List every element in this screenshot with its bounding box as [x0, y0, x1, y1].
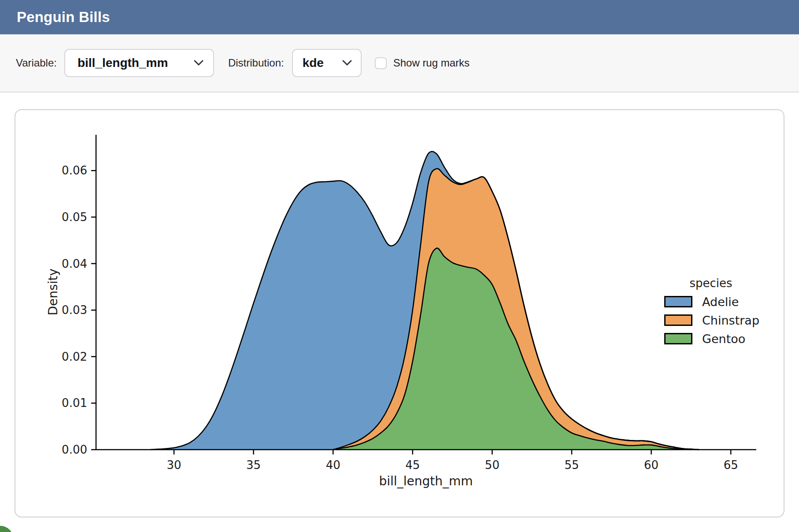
chart-legend: species Adelie Chinstrap Gentoo: [658, 277, 764, 348]
show-rug-marks-checkbox[interactable]: [375, 57, 387, 69]
legend-label: Chinstrap: [702, 314, 759, 327]
legend-item-chinstrap: Chinstrap: [658, 311, 764, 329]
distribution-label: Distribution:: [228, 57, 284, 69]
show-rug-marks-label[interactable]: Show rug marks: [393, 57, 470, 69]
distribution-select-value: kde: [303, 56, 324, 70]
variable-select[interactable]: bill_length_mm: [64, 49, 214, 77]
chevron-down-icon: [342, 60, 352, 66]
variable-label: Variable:: [16, 57, 57, 69]
legend-label: Adelie: [702, 295, 739, 309]
legend-swatch-adelie: [664, 296, 692, 307]
legend-title: species: [658, 277, 764, 290]
distribution-select[interactable]: kde: [292, 49, 362, 77]
legend-swatch-chinstrap: [664, 314, 692, 326]
legend-swatch-gentoo: [664, 333, 692, 344]
legend-label: Gentoo: [702, 332, 745, 346]
chevron-down-icon: [194, 60, 203, 66]
legend-item-gentoo: Gentoo: [658, 329, 764, 348]
app-root: { "header": { "title": "Penguin Bills" }…: [0, 0, 799, 532]
legend-item-adelie: Adelie: [658, 292, 764, 311]
x-axis-label: bill_length_mm: [379, 474, 473, 488]
page-title: Penguin Bills: [17, 9, 110, 26]
toolbar: Variable: bill_length_mm Distribution: k…: [0, 34, 799, 92]
variable-select-value: bill_length_mm: [78, 56, 168, 70]
app-header: Penguin Bills: [0, 0, 799, 34]
corner-badge: [0, 526, 13, 532]
y-axis-label: Density: [46, 269, 60, 315]
